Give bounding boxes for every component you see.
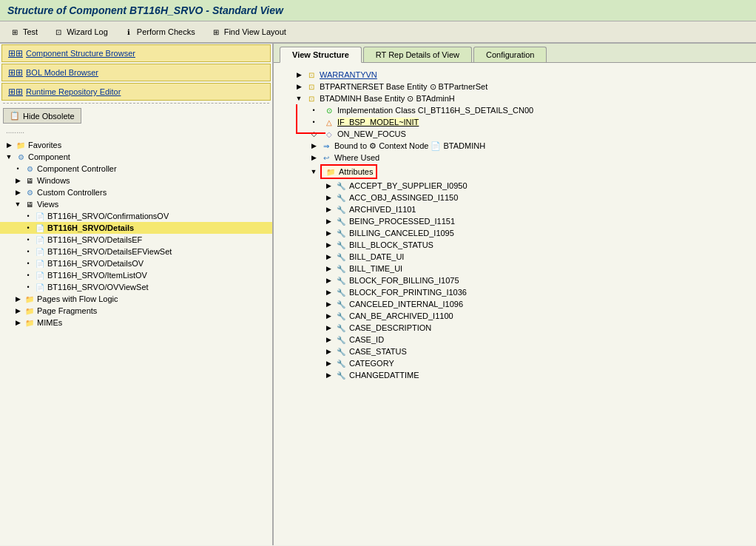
attr-icon-3: 🔧: [335, 204, 347, 215]
content-bound-to[interactable]: ▶ ⇒ Bound to ⚙ Context Node 📄 BTADMINH: [280, 140, 750, 152]
perform-checks-button[interactable]: ℹ Perform Checks: [120, 24, 198, 39]
attr-icon-13: 🔧: [335, 323, 347, 333]
content-btadminh[interactable]: ▼ ⊡ BTADMINH Base Entity ⊙ BTAdminH: [280, 92, 750, 104]
pages-flow-toggle[interactable]: ▶: [13, 294, 22, 303]
attr-toggle-3[interactable]: ▶: [324, 205, 333, 214]
test-button[interactable]: ⊞ Test: [6, 24, 41, 39]
attr-toggle-13[interactable]: ▶: [324, 323, 333, 332]
page-fragments-toggle[interactable]: ▶: [13, 306, 22, 315]
attr-toggle-8[interactable]: ▶: [324, 264, 333, 273]
attr-block-billing[interactable]: ▶ 🔧 BLOCK_FOR_BILLING_I1075: [324, 274, 750, 286]
tree-mimes[interactable]: ▶ 📁 MIMEs: [0, 317, 272, 328]
bound-to-toggle[interactable]: ▶: [309, 141, 318, 150]
tree-page-fragments[interactable]: ▶ 📁 Page Fragments: [0, 305, 272, 317]
content-area[interactable]: ▶ ⊡ WARRANTYVN ▶ ⊡ BTPARTNERSET Base Ent…: [274, 63, 756, 545]
content-where-used[interactable]: ▶ ↩ Where Used: [280, 152, 750, 164]
details-label: BT116H_SRVO/Details: [47, 223, 134, 232]
views-toggle[interactable]: ▼: [13, 200, 22, 209]
attr-toggle-6[interactable]: ▶: [324, 240, 333, 249]
tree-view-detailsef[interactable]: • 📄 BT116H_SRVO/DetailsEF: [0, 234, 272, 246]
attributes-toggle[interactable]: ▼: [309, 167, 318, 176]
attr-can-be-archived[interactable]: ▶ 🔧 CAN_BE_ARCHIVED_I1100: [324, 310, 750, 322]
where-used-toggle[interactable]: ▶: [309, 153, 318, 162]
tree-component-controller[interactable]: • ⚙ Component Controller: [0, 163, 272, 175]
mimes-toggle[interactable]: ▶: [13, 318, 22, 327]
nav-bol-model-browser[interactable]: ⊞⊞ BOL Model Browser: [1, 64, 271, 81]
attr-label-10: BLOCK_FOR_PRINTING_I1036: [349, 288, 467, 297]
wizard-log-button[interactable]: ⊡ Wizard Log: [50, 24, 111, 39]
attr-toggle-15[interactable]: ▶: [324, 347, 333, 356]
attr-toggle-11[interactable]: ▶: [324, 300, 333, 309]
attr-icon-16: 🔧: [335, 358, 347, 368]
tree-favorites[interactable]: ▶ 📁 Favorites: [0, 139, 272, 151]
attr-billing-canceled[interactable]: ▶ 🔧 BILLING_CANCELED_I1095: [324, 227, 750, 239]
attr-icon-4: 🔧: [335, 216, 347, 226]
attr-toggle-17[interactable]: ▶: [324, 371, 333, 380]
attr-bill-time-ui[interactable]: ▶ 🔧 BILL_TIME_UI: [324, 263, 750, 274]
attr-case-description[interactable]: ▶ 🔧 CASE_DESCRIPTION: [324, 322, 750, 334]
attr-bill-block-status[interactable]: ▶ 🔧 BILL_BLOCK_STATUS: [324, 239, 750, 251]
btadminh-label: BTADMINH Base Entity ⊙ BTAdminH: [320, 94, 455, 104]
attr-toggle-4[interactable]: ▶: [324, 217, 333, 226]
ovviewset-label: BT116H_SRVO/OVViewSet: [47, 283, 149, 291]
attr-toggle-12[interactable]: ▶: [324, 311, 333, 320]
nav-component-structure-browser[interactable]: ⊞⊞ Component Structure Browser: [1, 44, 271, 62]
windows-toggle[interactable]: ▶: [13, 176, 22, 185]
attr-block-printing[interactable]: ▶ 🔧 BLOCK_FOR_PRINTING_I1036: [324, 286, 750, 298]
tree-views[interactable]: ▼ 🖥 Views: [0, 198, 272, 210]
custom-controllers-toggle[interactable]: ▶: [13, 188, 22, 197]
tree-view-confirmationsov[interactable]: • 📄 BT116H_SRVO/ConfirmationsOV: [0, 210, 272, 222]
attr-changedattime[interactable]: ▶ 🔧 CHANGEDATTIME: [324, 369, 750, 381]
warrantyvn-toggle[interactable]: ▶: [294, 70, 303, 79]
tree-component[interactable]: ▼ ⚙ Component: [0, 151, 272, 163]
attr-toggle-10[interactable]: ▶: [324, 288, 333, 297]
nav-runtime-repository-editor[interactable]: ⊞⊞ Runtime Repository Editor: [1, 83, 271, 101]
custom-controllers-label: Custom Controllers: [37, 188, 107, 197]
attr-toggle-9[interactable]: ▶: [324, 276, 333, 285]
component-toggle[interactable]: ▼: [4, 152, 13, 161]
tree-view-details[interactable]: • 📄 BT116H_SRVO/Details: [0, 222, 272, 234]
attr-label-14: CASE_ID: [349, 335, 384, 344]
where-used-label: Where Used: [334, 153, 379, 162]
detailsefviewset-icon: 📄: [34, 246, 46, 257]
btadminh-toggle[interactable]: ▼: [294, 94, 303, 103]
attr-toggle-14[interactable]: ▶: [324, 335, 333, 344]
attr-acc-obj-assinged[interactable]: ▶ 🔧 ACC_OBJ_ASSINGED_I1150: [324, 192, 750, 203]
content-if-bsp[interactable]: • △ IF_BSP_MODEL~INIT: [309, 116, 750, 128]
attr-archived[interactable]: ▶ 🔧 ARCHIVED_I1101: [324, 203, 750, 215]
tree-windows[interactable]: ▶ 🖥 Windows: [0, 175, 272, 186]
tree-view-detailsefviewset[interactable]: • 📄 BT116H_SRVO/DetailsEFViewSet: [0, 246, 272, 257]
content-attributes[interactable]: ▼ 📁 Attributes: [280, 164, 750, 180]
attr-toggle-7[interactable]: ▶: [324, 252, 333, 261]
tab-rt-rep-details[interactable]: RT Rep Details of View: [363, 47, 472, 62]
attr-toggle-5[interactable]: ▶: [324, 229, 333, 237]
tree-pages-flow[interactable]: ▶ 📁 Pages with Flow Logic: [0, 293, 272, 305]
content-btpartnerset[interactable]: ▶ ⊡ BTPARTNERSET Base Entity ⊙ BTPartner…: [280, 81, 750, 92]
tree-area[interactable]: ▶ 📁 Favorites ▼ ⚙ Component • ⚙ Componen…: [0, 136, 272, 545]
btpartnerset-toggle[interactable]: ▶: [294, 82, 303, 91]
tree-view-ovviewset[interactable]: • 📄 BT116H_SRVO/OVViewSet: [0, 281, 272, 293]
tree-view-detailsov[interactable]: • 📄 BT116H_SRVO/DetailsOV: [0, 257, 272, 269]
attr-toggle-1[interactable]: ▶: [324, 181, 333, 190]
find-view-layout-button[interactable]: ⊞ Find View Layout: [207, 24, 289, 39]
tab-configuration[interactable]: Configuration: [473, 47, 547, 62]
content-on-new-focus[interactable]: ◇ ◇ ON_NEW_FOCUS: [309, 128, 750, 140]
attr-accept-by-supplier[interactable]: ▶ 🔧 ACCEPT_BY_SUPPLIER_I0950: [324, 180, 750, 192]
attr-label-16: CATEGORY: [349, 359, 394, 368]
attr-category[interactable]: ▶ 🔧 CATEGORY: [324, 357, 750, 369]
content-warrantyvn[interactable]: ▶ ⊡ WARRANTYVN: [280, 69, 750, 81]
attr-bill-date-ui[interactable]: ▶ 🔧 BILL_DATE_UI: [324, 251, 750, 263]
attr-case-status[interactable]: ▶ 🔧 CASE_STATUS: [324, 346, 750, 357]
hide-obsolete-button[interactable]: 📋 Hide Obsolete: [3, 108, 81, 124]
btpartnerset-label: BTPARTNERSET Base Entity ⊙ BTPartnerSet: [320, 82, 487, 92]
favorites-toggle[interactable]: ▶: [4, 141, 13, 149]
content-impl-class[interactable]: • ⊙ Implementation Class CI_BT116H_S_DET…: [309, 104, 750, 116]
attr-toggle-16[interactable]: ▶: [324, 359, 333, 368]
attr-being-processed[interactable]: ▶ 🔧 BEING_PROCESSED_I1151: [324, 215, 750, 227]
attr-case-id[interactable]: ▶ 🔧 CASE_ID: [324, 334, 750, 346]
attr-toggle-2[interactable]: ▶: [324, 193, 333, 202]
tree-view-itemlistov[interactable]: • 📄 BT116H_SRVO/ItemListOV: [0, 269, 272, 281]
tree-custom-controllers[interactable]: ▶ ⚙ Custom Controllers: [0, 186, 272, 198]
tab-view-structure[interactable]: View Structure: [280, 47, 362, 63]
attr-canceled-internal[interactable]: ▶ 🔧 CANCELED_INTERNAL_I1096: [324, 298, 750, 310]
